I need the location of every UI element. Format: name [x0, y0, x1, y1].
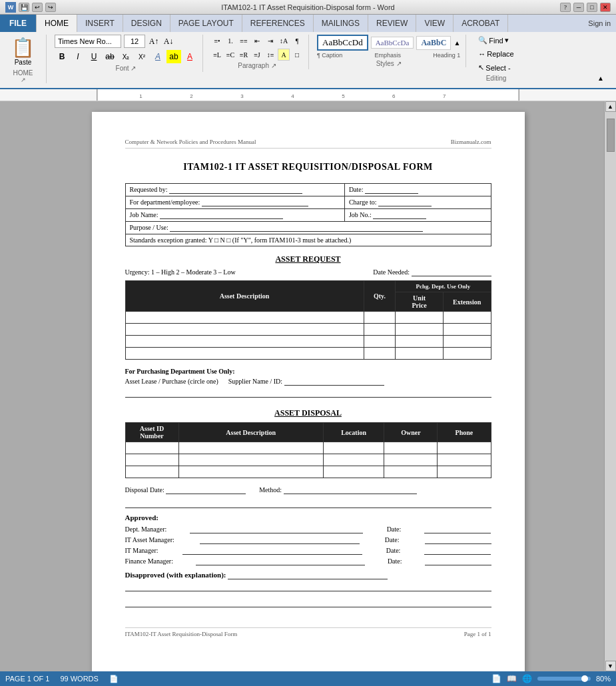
replace-button[interactable]: ↔ Replace [474, 49, 517, 59]
paste-button[interactable]: 📋 Paste [5, 35, 41, 68]
window-controls: ? ─ □ ✕ [560, 3, 611, 12]
date-label: Date: [349, 186, 364, 193]
increase-indent-button[interactable]: ⇥ [264, 35, 276, 47]
requested-by-label: Requested by: [130, 186, 168, 193]
tab-mailings[interactable]: MAILINGS [314, 15, 368, 32]
help-button[interactable]: ? [560, 3, 571, 12]
urgency-row: Urgency: 1 – High 2 – Moderate 3 – Low D… [125, 268, 491, 276]
align-right-button[interactable]: ≡R [238, 49, 250, 61]
method-label: Method: [259, 486, 282, 494]
style-caption[interactable]: AaBbCcDa [371, 37, 414, 49]
asset-request-table: Asset Description Qty. Pchg. Dept. Use O… [125, 280, 491, 360]
it-manager-row: IT Manager: Date: [125, 547, 491, 555]
asset-request-title: ASSET REQUEST [125, 254, 491, 264]
job-no-label: Job No.: [349, 211, 372, 218]
show-marks-button[interactable]: ¶ [291, 35, 303, 47]
date-label-3: Date: [386, 547, 401, 555]
styles-scroll-up[interactable]: ▲ [454, 39, 460, 47]
line-spacing-button[interactable]: ↕≡ [264, 49, 276, 61]
finance-manager-row: Finance Manager: Date: [125, 557, 491, 565]
proofing-icon[interactable]: 📄 [109, 675, 119, 683]
tab-review[interactable]: REVIEW [368, 15, 416, 32]
maximize-button[interactable]: □ [587, 3, 597, 12]
editing-group: 🔍 Find ▾ ↔ Replace ↖ Select - Editing [474, 35, 523, 82]
zoom-slider[interactable] [537, 677, 591, 681]
numbering-button[interactable]: 1. [224, 35, 236, 47]
font-shrink-icon[interactable]: A↓ [162, 35, 174, 47]
tab-view[interactable]: VIEW [416, 15, 454, 32]
disapproved-label: Disapproved (with explanation): [125, 571, 226, 579]
col-location: Location [323, 423, 384, 442]
text-highlight-button[interactable]: ab [166, 50, 181, 63]
disposal-fields: Disposal Date: Method: [125, 486, 491, 494]
find-button[interactable]: 🔍 Find ▾ [474, 35, 517, 46]
multilevel-button[interactable]: ≡≡ [238, 35, 250, 47]
disapproved-line-1 [125, 582, 491, 591]
col-asset-desc: Asset Description [125, 281, 364, 312]
it-manager-label: IT Manager: [125, 547, 158, 555]
bold-button[interactable]: B [55, 50, 69, 63]
tab-design[interactable]: DESIGN [123, 15, 170, 32]
svg-text:3: 3 [240, 93, 244, 99]
scroll-down-button[interactable]: ▼ [605, 661, 616, 671]
right-scrollbar[interactable]: ▲ ▼ [604, 101, 616, 671]
font-color-button[interactable]: A [182, 50, 197, 63]
tab-insert[interactable]: INSERT [77, 15, 123, 32]
quick-access-save[interactable]: 💾 [19, 3, 29, 12]
scroll-up-button[interactable]: ▲ [605, 101, 616, 112]
date-label-4: Date: [388, 557, 402, 565]
font-grow-icon[interactable]: A↑ [148, 35, 160, 47]
scroll-track [606, 112, 615, 661]
main-area: Computer & Network Policies and Procedur… [0, 101, 616, 671]
view-print-button[interactable]: 📄 [491, 674, 501, 683]
clipboard-group: 📋 Paste HOME ↗ [5, 35, 47, 83]
minimize-button[interactable]: ─ [573, 3, 584, 12]
justify-button[interactable]: ≡J [251, 49, 263, 61]
quick-access-undo[interactable]: ↩ [32, 3, 43, 12]
subscript-button[interactable]: X₂ [119, 50, 133, 63]
align-left-button[interactable]: ≡L [211, 49, 223, 61]
lease-purchase-label: Asset Lease / Purchase (circle one) [125, 378, 218, 385]
sign-in[interactable]: Sign in [508, 15, 616, 32]
view-web-button[interactable]: 🌐 [522, 674, 532, 683]
strikethrough-button[interactable]: ab [103, 50, 117, 63]
bullets-button[interactable]: ≡• [211, 35, 223, 47]
disposal-date-label: Disposal Date: [125, 486, 164, 494]
quick-access-redo[interactable]: ↪ [45, 3, 56, 12]
tab-acrobat[interactable]: ACROBAT [454, 15, 508, 32]
superscript-button[interactable]: X² [135, 50, 149, 63]
scroll-thumb[interactable] [607, 119, 615, 152]
asset-row-1 [125, 312, 491, 324]
font-name-input[interactable] [55, 35, 121, 48]
text-effects-button[interactable]: A [151, 50, 165, 63]
close-button[interactable]: ✕ [600, 3, 611, 12]
style-normal[interactable]: AaBbCcDd [317, 35, 368, 51]
sort-button[interactable]: ↕A [278, 35, 290, 47]
document-page: Computer & Network Policies and Procedur… [92, 112, 525, 671]
urgency-text: Urgency: 1 – High 2 – Moderate 3 – Low [125, 268, 236, 276]
disposal-row-3 [125, 466, 491, 478]
dept-employee-label: For department/employee: [130, 198, 200, 206]
zoom-thumb[interactable] [581, 675, 588, 682]
svg-text:5: 5 [342, 93, 345, 99]
align-center-button[interactable]: ≡C [224, 49, 236, 61]
left-margin [0, 101, 12, 671]
decrease-indent-button[interactable]: ⇤ [251, 35, 263, 47]
ribbon-content: 📋 Paste HOME ↗ A↑ A↓ B I U ab X₂ X² A ab… [0, 32, 616, 89]
ribbon-expand-button[interactable]: ▲ [597, 75, 604, 82]
svg-text:1: 1 [139, 93, 143, 99]
border-button[interactable]: □ [291, 49, 303, 61]
font-size-input[interactable] [124, 35, 145, 48]
tab-file[interactable]: FILE [0, 15, 37, 32]
form-title: ITAM102-1 IT ASSET REQUISITION/DISPOSAL … [125, 162, 491, 172]
select-button[interactable]: ↖ Select - [474, 62, 517, 73]
tab-page-layout[interactable]: PAGE LAYOUT [170, 15, 242, 32]
underline-button[interactable]: U [87, 50, 101, 63]
style-heading1[interactable]: AaBbC [416, 36, 451, 50]
tab-home[interactable]: HOME [37, 15, 77, 32]
date-label-2: Date: [385, 536, 400, 544]
italic-button[interactable]: I [71, 50, 85, 63]
shading-button[interactable]: A [278, 49, 290, 61]
tab-references[interactable]: REFERENCES [242, 15, 314, 32]
view-read-button[interactable]: 📖 [507, 674, 517, 683]
